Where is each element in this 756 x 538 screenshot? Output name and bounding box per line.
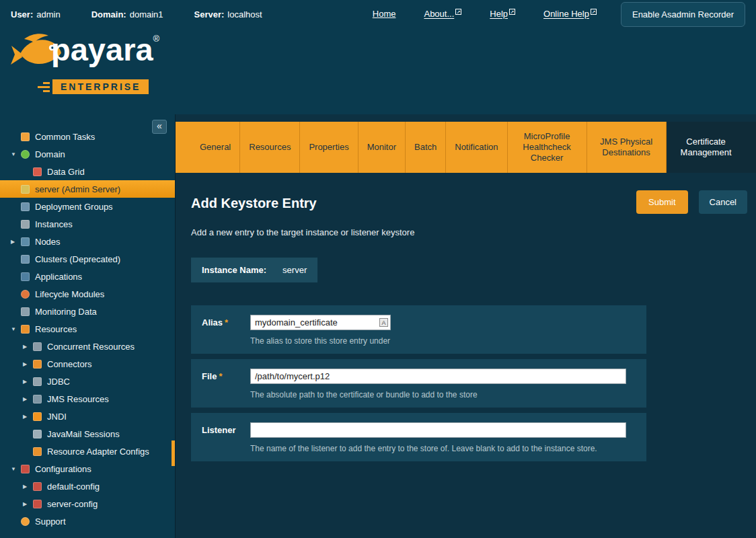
header-links: HomeAbout...↗Help↗Online Help↗ (373, 9, 597, 19)
sidebar-item-deployment-groups[interactable]: Deployment Groups (0, 198, 175, 215)
sidebar-collapse-button[interactable]: « (152, 120, 167, 134)
sidebar-item-label: default-config (47, 482, 100, 492)
sidebar-item-resources[interactable]: ▼Resources (0, 320, 175, 338)
topbar: User:admin Domain:domain1 Server:localho… (0, 0, 756, 28)
tab-batch[interactable]: Batch (406, 122, 446, 173)
sidebar-item-label: Resources (35, 324, 77, 334)
chevron-right-icon[interactable]: ▶ (23, 344, 33, 350)
sidebar-item-configurations[interactable]: ▼Configurations (0, 460, 175, 477)
domain-icon (21, 150, 30, 159)
external-link-icon: ↗ (455, 9, 461, 15)
keystore-entry-form: Alias*AThe alias to store this store ent… (191, 305, 646, 461)
header-link-about[interactable]: About...↗ (424, 9, 461, 19)
sidebar-item-label: JDBC (47, 377, 70, 387)
header: User:admin Domain:domain1 Server:localho… (0, 0, 756, 114)
sidebar-item-label: JNDI (47, 412, 67, 422)
chevron-right-icon[interactable]: ▶ (23, 361, 33, 367)
sidebar-item-server-admin-server[interactable]: server (Admin Server) (0, 180, 175, 198)
server-label: Server: (194, 9, 225, 20)
sidebar-item-default-config[interactable]: ▶default-config (0, 477, 175, 495)
alias-label: Alias* (202, 315, 250, 346)
required-asterisk: * (225, 317, 228, 328)
tab-properties[interactable]: Properties (300, 122, 358, 173)
sidebar-item-clusters-deprecated[interactable]: Clusters (Deprecated) (0, 250, 175, 268)
instance-name-label: Instance Name: (202, 265, 266, 275)
sidebar-item-lifecycle-modules[interactable]: Lifecycle Modules (0, 285, 175, 303)
external-link-icon: ↗ (509, 9, 515, 15)
sidebar-item-data-grid[interactable]: Data Grid (0, 163, 175, 180)
sidebar-item-domain[interactable]: ▼Domain (0, 145, 175, 163)
header-link-help[interactable]: Help↗ (490, 9, 515, 19)
chevron-right-icon[interactable]: ▶ (23, 501, 33, 507)
file-label: File* (202, 369, 250, 399)
sidebar-item-common-tasks[interactable]: Common Tasks (0, 128, 175, 145)
tab-resources[interactable]: Resources (240, 122, 300, 173)
cancel-button[interactable]: Cancel (699, 190, 747, 214)
sidebar-item-monitoring-data[interactable]: Monitoring Data (0, 303, 175, 320)
sidebar-item-concurrent-resources[interactable]: ▶Concurrent Resources (0, 338, 175, 355)
tab-microprofile-healthcheck-checker[interactable]: MicroProfile Healthcheck Checker (508, 122, 587, 173)
sidebar-item-label: Deployment Groups (35, 202, 113, 212)
form-row-alias: Alias*AThe alias to store this store ent… (191, 305, 646, 354)
domain-info: Domain:domain1 (91, 9, 163, 20)
required-asterisk: * (219, 371, 222, 381)
sidebar-item-javamail-sessions[interactable]: JavaMail Sessions (0, 425, 175, 443)
tab-monitor[interactable]: Monitor (358, 122, 406, 173)
chevron-down-icon[interactable]: ▼ (11, 466, 21, 472)
tab-general[interactable]: General (191, 122, 240, 173)
sidebar-item-label: Common Tasks (35, 132, 95, 142)
sidebar-item-label: Support (35, 516, 66, 527)
lifecycle-modules-icon (21, 290, 30, 299)
server-config-icon (33, 500, 42, 508)
header-link-online-help[interactable]: Online Help↗ (543, 9, 597, 19)
chevron-right-icon[interactable]: ▶ (23, 414, 33, 420)
form-row-file: File*The absolute path to the certificat… (191, 359, 646, 408)
sidebar-item-resource-adapter-configs[interactable]: Resource Adapter Configs (0, 443, 175, 460)
sidebar-item-label: Lifecycle Modules (35, 289, 104, 299)
chevron-right-icon[interactable]: ▶ (23, 484, 33, 490)
sidebar-item-support[interactable]: Support (0, 512, 175, 530)
header-link-home[interactable]: Home (373, 9, 396, 19)
jndi-icon (33, 412, 42, 421)
sidebar-item-jdbc[interactable]: ▶JDBC (0, 373, 175, 390)
user-value: admin (36, 9, 60, 20)
chevron-down-icon[interactable]: ▼ (11, 326, 21, 332)
instance-name-value: server (282, 265, 307, 275)
instances-icon (21, 220, 30, 229)
listener-input[interactable] (250, 422, 626, 438)
sidebar-item-label: Concurrent Resources (47, 342, 135, 352)
submit-button[interactable]: Submit (636, 190, 687, 214)
sidebar-item-connectors[interactable]: ▶Connectors (0, 355, 175, 373)
sidebar-item-label: server-config (47, 499, 98, 509)
sidebar: « Common Tasks▼DomainData Gridserver (Ad… (0, 114, 175, 538)
server-info: Server:localhost (194, 9, 262, 20)
sidebar-item-server-config[interactable]: ▶server-config (0, 495, 175, 512)
sidebar-item-label: Resource Adapter Configs (47, 447, 149, 457)
sidebar-item-nodes[interactable]: ▶Nodes (0, 233, 175, 250)
sidebar-item-instances[interactable]: Instances (0, 215, 175, 233)
sidebar-item-label: Connectors (47, 359, 91, 369)
tab-jms-physical-destinations[interactable]: JMS Physical Destinations (587, 122, 667, 173)
listener-label: Listener (202, 422, 250, 453)
server-value: localhost (227, 9, 262, 20)
alias-input[interactable] (250, 315, 391, 330)
sidebar-item-applications[interactable]: Applications (0, 268, 175, 285)
chevron-right-icon[interactable]: ▶ (11, 239, 21, 245)
chevron-down-icon[interactable]: ▼ (11, 151, 21, 157)
connectors-icon (33, 360, 42, 369)
sidebar-item-jndi[interactable]: ▶JNDI (0, 408, 175, 425)
sidebar-item-jms-resources[interactable]: ▶JMS Resources (0, 390, 175, 408)
sidebar-item-label: server (Admin Server) (35, 184, 120, 194)
monitoring-data-icon (21, 307, 30, 316)
chevron-right-icon[interactable]: ▶ (23, 396, 33, 402)
sidebar-item-label: Applications (35, 272, 82, 282)
file-input[interactable] (250, 369, 626, 384)
enable-asadmin-recorder-button[interactable]: Enable Asadmin Recorder (621, 2, 745, 27)
concurrent-resources-icon (33, 342, 42, 351)
data-grid-icon (33, 167, 42, 176)
jdbc-icon (33, 377, 42, 386)
chevron-right-icon[interactable]: ▶ (23, 379, 33, 385)
tab-certificate-management[interactable]: Certificate Management (667, 122, 746, 173)
common-tasks-icon (21, 132, 30, 141)
tab-notification[interactable]: Notification (446, 122, 507, 173)
